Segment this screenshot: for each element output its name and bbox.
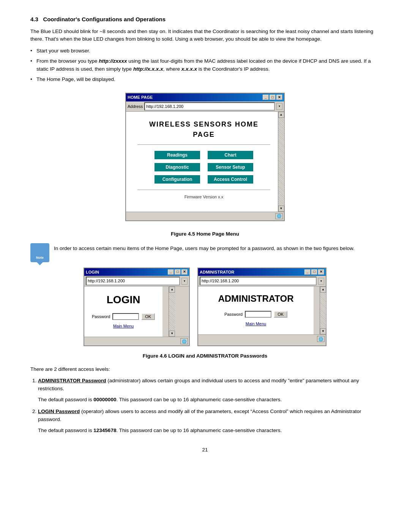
diagnostic-button[interactable]: Diagnostic bbox=[155, 163, 200, 171]
bullet2-tail: is the Coordinator's IP address. bbox=[197, 66, 270, 72]
address-dropdown[interactable]: ▾ bbox=[276, 103, 282, 110]
chart-button[interactable]: Chart bbox=[208, 151, 253, 159]
admin-address-bar: http://192.168.1.200 ▾ bbox=[198, 276, 326, 287]
admin-main-menu-link[interactable]: Main Menu bbox=[206, 321, 306, 327]
home-page-title-text: HOME PAGE bbox=[128, 94, 153, 101]
login-password-label: Password bbox=[92, 314, 110, 320]
login-dialog: LOGIN _ □ ✕ http://192.168.1.200 ▾ LOGIN… bbox=[84, 268, 190, 347]
admin-default-password: 00000000 bbox=[93, 397, 116, 402]
login-address-dropdown[interactable]: ▾ bbox=[181, 278, 188, 285]
readings-button[interactable]: Readings bbox=[155, 151, 200, 159]
login-scroll-up[interactable]: ▲ bbox=[169, 287, 175, 293]
login-password-input[interactable] bbox=[112, 313, 139, 320]
figure-4-6-caption: Figure 4.6 LOGIN and ADMINISTRATOR Passw… bbox=[30, 352, 380, 360]
bullet2-end: , where bbox=[163, 66, 181, 72]
login-ok-button[interactable]: OK bbox=[141, 313, 155, 320]
admin-bottom-bar: 🌐 bbox=[198, 334, 326, 343]
access-levels-list: ADMINISTRATOR Password (administrator) a… bbox=[38, 377, 380, 435]
note-triangle bbox=[37, 262, 43, 265]
login-content: LOGIN Password OK Main Menu bbox=[84, 287, 169, 337]
minimize-button[interactable]: _ bbox=[263, 95, 269, 100]
note-text: In order to access certain menu items of… bbox=[54, 243, 355, 252]
login-default-password-note: The default password is 12345678. This p… bbox=[38, 427, 380, 435]
admin-password-label: Password bbox=[224, 311, 243, 318]
login-password-label-text: LOGIN Password bbox=[38, 408, 80, 414]
admin-scroll-up[interactable]: ▲ bbox=[320, 287, 326, 293]
bottom-bar: 🌐 bbox=[126, 212, 284, 220]
section-heading: 4.3 Coordinator's Configurations and Ope… bbox=[30, 15, 380, 24]
section-title: Coordinator's Configurations and Operati… bbox=[43, 16, 166, 22]
firmware-text: Firmware Version x.x bbox=[137, 190, 270, 200]
bottom-icon: 🌐 bbox=[275, 213, 283, 219]
url-link1: http://zxxxx bbox=[99, 58, 127, 64]
admin-dialog: ADMINISTRATOR _ □ ✕ http://192.168.1.200… bbox=[197, 268, 326, 347]
admin-close[interactable]: ✕ bbox=[318, 269, 324, 275]
admin-address-input[interactable]: http://192.168.1.200 bbox=[200, 277, 317, 285]
login-password-desc: (operator) allows users to access and mo… bbox=[38, 408, 361, 422]
login-scroll-down[interactable]: ▼ bbox=[169, 331, 175, 337]
bullet-item-2: From the browser you type http://zxxxx u… bbox=[30, 57, 380, 73]
admin-minimize[interactable]: _ bbox=[304, 269, 311, 275]
address-input[interactable]: http://192.168.1.200 bbox=[144, 102, 275, 111]
login-titlebar: LOGIN _ □ ✕ bbox=[84, 268, 189, 276]
login-address-input[interactable]: http://192.168.1.200 bbox=[86, 277, 180, 285]
admin-titlebar-buttons: _ □ ✕ bbox=[304, 269, 324, 275]
login-scroll-track bbox=[169, 293, 175, 331]
scrollbar-right: ▲ ▼ bbox=[278, 112, 284, 212]
address-label: Address bbox=[128, 103, 143, 110]
bullet-list: Start your web browser. From the browser… bbox=[30, 47, 380, 84]
admin-bottom-icon: 🌐 bbox=[317, 336, 325, 342]
admin-note-post: . This password can be up to 16 alphanum… bbox=[116, 397, 282, 402]
access-levels-intro: There are 2 different access levels: bbox=[30, 366, 380, 374]
note-icon-text: Note bbox=[36, 255, 44, 261]
login-close[interactable]: ✕ bbox=[181, 269, 188, 275]
bullet-item-1: Start your web browser. bbox=[30, 47, 380, 55]
close-button[interactable]: ✕ bbox=[276, 95, 282, 100]
scroll-down-arrow[interactable]: ▼ bbox=[278, 206, 284, 212]
admin-default-password-note: The default password is 00000000. This p… bbox=[38, 396, 380, 404]
admin-title-text: ADMINISTRATOR bbox=[200, 269, 234, 276]
access-control-button[interactable]: Access Control bbox=[208, 175, 253, 184]
section-number: 4.3 bbox=[30, 16, 38, 22]
titlebar-buttons: _ □ ✕ bbox=[263, 95, 282, 100]
login-address-bar: http://192.168.1.200 ▾ bbox=[84, 276, 189, 287]
login-default-password: 12345678 bbox=[93, 428, 116, 433]
access-item-2: LOGIN Password (operator) allows users t… bbox=[38, 408, 380, 435]
maximize-button[interactable]: □ bbox=[270, 95, 276, 100]
admin-main-title: ADMINISTRATOR bbox=[206, 292, 306, 306]
configuration-button[interactable]: Configuration bbox=[155, 175, 200, 184]
admin-scroll-track bbox=[320, 293, 326, 329]
login-dialogs-row: LOGIN _ □ ✕ http://192.168.1.200 ▾ LOGIN… bbox=[30, 268, 380, 347]
menu-grid: Readings Chart Diagnostic Sensor Setup C… bbox=[155, 151, 253, 184]
note-icon: Note bbox=[30, 243, 49, 262]
login-titlebar-buttons: _ □ ✕ bbox=[168, 269, 188, 275]
login-fields: Password OK bbox=[92, 313, 155, 320]
sensor-setup-button[interactable]: Sensor Setup bbox=[208, 163, 253, 171]
body-paragraph1: The Blue LED should blink for ~8 seconds… bbox=[30, 28, 380, 44]
address-bar: Address http://192.168.1.200 ▾ bbox=[126, 101, 284, 112]
login-main-menu-link[interactable]: Main Menu bbox=[92, 323, 155, 329]
admin-fields: Password OK bbox=[206, 311, 306, 318]
admin-scroll-down[interactable]: ▼ bbox=[320, 328, 326, 334]
scroll-track bbox=[278, 118, 284, 206]
scroll-up-arrow[interactable]: ▲ bbox=[278, 112, 284, 118]
login-maximize[interactable]: □ bbox=[175, 269, 181, 275]
login-bottom-icon: 🌐 bbox=[180, 338, 188, 344]
admin-maximize[interactable]: □ bbox=[311, 269, 317, 275]
login-note-post: . This password can be up to 16 alphanum… bbox=[116, 428, 282, 433]
login-minimize[interactable]: _ bbox=[168, 269, 174, 275]
admin-scrollbar: ▲ ▼ bbox=[320, 287, 326, 335]
coord-ip: x.x.x.x bbox=[181, 66, 197, 72]
admin-titlebar: ADMINISTRATOR _ □ ✕ bbox=[198, 268, 326, 276]
figure-4-5-caption: Figure 4.5 Home Page Menu bbox=[30, 230, 380, 238]
admin-address-dropdown[interactable]: ▾ bbox=[318, 278, 324, 285]
admin-content: ADMINISTRATOR Password OK Main Menu bbox=[198, 287, 320, 335]
admin-ok-button[interactable]: OK bbox=[274, 311, 287, 318]
admin-password-label-text: ADMINISTRATOR Password bbox=[38, 378, 106, 383]
bullet-item-3: The Home Page, will be displayed. bbox=[30, 76, 380, 84]
wireless-title: WIRELESS SENSORS HOME PAGE bbox=[137, 119, 270, 145]
note-box: Note In order to access certain menu ite… bbox=[30, 243, 380, 262]
login-note-pre: The default password is bbox=[38, 428, 93, 433]
home-page-dialog: HOME PAGE _ □ ✕ Address http://192.168.1… bbox=[125, 93, 285, 221]
admin-password-input[interactable] bbox=[245, 311, 271, 318]
